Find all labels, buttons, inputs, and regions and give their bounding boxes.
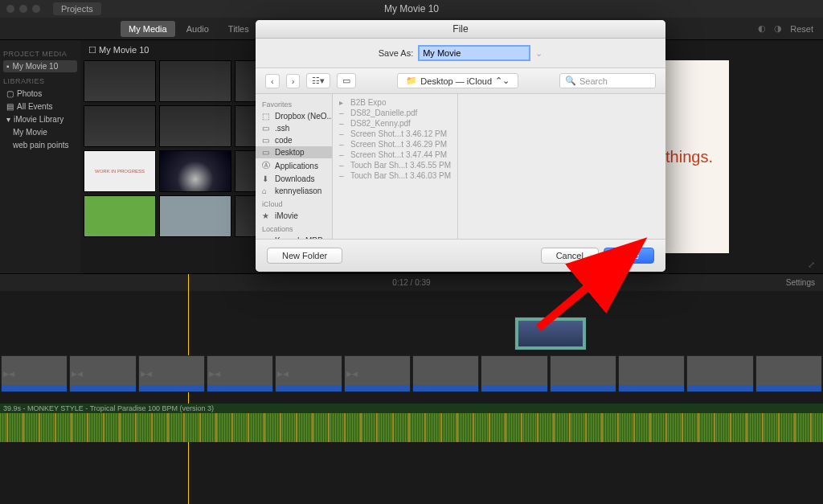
sidebar-ssh[interactable]: ▭.ssh xyxy=(256,122,332,134)
dialog-sidebar: Favorites ⬚Dropbox (NeO... ▭.ssh ▭code ▭… xyxy=(256,94,333,239)
image-icon: – xyxy=(339,150,347,159)
sidebar-icloud-imovie[interactable]: ★iMovie xyxy=(256,210,332,222)
locations-header: Locations xyxy=(256,222,332,235)
tab-titles[interactable]: Titles xyxy=(220,21,257,37)
cancel-button[interactable]: Cancel xyxy=(541,248,599,264)
nav-back-button[interactable]: ‹ xyxy=(265,74,280,88)
timeline-clip[interactable] xyxy=(550,355,616,392)
transition-icon[interactable]: ▶◀ xyxy=(72,370,83,378)
playhead-line[interactable] xyxy=(188,291,189,504)
clip-thumbnail[interactable] xyxy=(84,60,156,102)
sidebar-imovie-library[interactable]: ▾ iMovie Library xyxy=(3,113,77,125)
transition-icon[interactable]: ▶◀ xyxy=(3,370,14,378)
reset-button[interactable]: Reset xyxy=(790,24,813,34)
dialog-preview-pane xyxy=(458,94,665,239)
project-icon: ▪ xyxy=(6,62,10,71)
audio-track[interactable]: 39.9s - MONKEY STYLE - Tropical Paradise… xyxy=(0,404,823,442)
transition-icon[interactable]: ▶◀ xyxy=(346,370,358,378)
audio-waveform[interactable] xyxy=(0,413,823,442)
transition-icon[interactable]: ▶◀ xyxy=(141,370,152,378)
color-icon[interactable]: ◑ xyxy=(774,23,782,34)
nav-fwd-button[interactable]: › xyxy=(286,74,301,88)
new-folder-button[interactable]: New Folder xyxy=(267,248,342,264)
playhead[interactable] xyxy=(188,274,189,291)
sidebar-code[interactable]: ▭code xyxy=(256,134,332,146)
clip-thumbnail[interactable] xyxy=(159,60,231,102)
projects-back-button[interactable]: Projects xyxy=(53,2,101,15)
filename-input[interactable] xyxy=(418,45,530,61)
file-icon: – xyxy=(339,119,347,128)
file-item[interactable]: –Screen Shot...t 3.47.44 PM xyxy=(333,150,457,160)
preview-text: things. xyxy=(665,148,713,166)
dialog-file-list: ▸B2B Expo –DS82_Danielle.pdf –DS82_Kenny… xyxy=(333,94,458,239)
transition-icon[interactable]: ▶◀ xyxy=(277,370,289,378)
calendar-icon: ▤ xyxy=(6,102,14,111)
file-item[interactable]: –Screen Shot...t 3.46.12 PM xyxy=(333,129,457,139)
save-button[interactable]: Save xyxy=(604,248,654,264)
sidebar-my-movie[interactable]: My Movie xyxy=(3,126,77,138)
sidebar-all-events[interactable]: ▤All Events xyxy=(3,100,77,113)
sidebar-web-pain-points[interactable]: web pain points xyxy=(3,139,77,151)
timeline-clip[interactable] xyxy=(618,355,685,392)
save-as-row: Save As: ⌄ xyxy=(256,39,665,68)
timeline-clip[interactable]: ▶◀ xyxy=(69,355,136,392)
file-item[interactable]: –Touch Bar Sh...t 3.45.55 PM xyxy=(333,160,457,170)
imovie-icon: ★ xyxy=(262,211,272,220)
file-item[interactable]: ▸B2B Expo xyxy=(333,97,457,108)
dialog-search[interactable]: 🔍Search xyxy=(559,73,656,88)
sidebar-downloads[interactable]: ⬇Downloads xyxy=(256,173,332,185)
timeline-clip[interactable]: ▶◀ xyxy=(275,355,342,392)
adjust-icon[interactable]: ◐ xyxy=(758,23,766,34)
save-dialog: File Save As: ⌄ ‹ › ☷▾ ▭ 📁Desktop — iClo… xyxy=(256,20,665,272)
timeline-clip[interactable]: ▶◀ xyxy=(207,355,273,392)
clip-thumbnail[interactable] xyxy=(159,150,231,192)
sidebar-project[interactable]: ▪My Movie 10 xyxy=(3,60,77,72)
tab-my-media[interactable]: My Media xyxy=(121,21,175,37)
timeline-clip[interactable]: ▶◀ xyxy=(138,355,205,392)
computer-icon: ▭ xyxy=(262,236,272,239)
favorites-header: Favorites xyxy=(256,97,332,110)
file-item[interactable]: –DS82_Kenny.pdf xyxy=(333,118,457,129)
file-item[interactable]: –Screen Shot...t 3.46.29 PM xyxy=(333,139,457,150)
sidebar-applications[interactable]: ⒶApplications xyxy=(256,158,332,173)
sidebar-home[interactable]: ⌂kennyeliason xyxy=(256,185,332,197)
sidebar-dropbox[interactable]: ⬚Dropbox (NeO... xyxy=(256,110,332,122)
timeline-clip[interactable]: ▶◀ xyxy=(1,355,68,392)
project-sidebar: PROJECT MEDIA ▪My Movie 10 LIBRARIES ▢Ph… xyxy=(0,40,80,273)
audio-clip-label: 39.9s - MONKEY STYLE - Tropical Paradise… xyxy=(0,404,823,413)
clip-thumbnail[interactable] xyxy=(159,195,231,237)
file-item[interactable]: –DS82_Danielle.pdf xyxy=(333,108,457,118)
timeline[interactable]: ▶◀ ▶◀ ▶◀ ▶◀ ▶◀ ▶◀ 39.9s - MONKEY STYLE -… xyxy=(0,291,823,504)
sidebar-photos[interactable]: ▢Photos xyxy=(3,88,77,100)
group-button[interactable]: ▭ xyxy=(337,73,356,88)
timeline-clip[interactable] xyxy=(686,355,753,392)
clip-thumbnail[interactable] xyxy=(159,105,231,147)
image-icon: – xyxy=(339,161,347,170)
timeline-clip[interactable] xyxy=(481,355,547,392)
expand-dialog-icon[interactable]: ⌄ xyxy=(535,48,543,59)
window-controls[interactable] xyxy=(6,5,40,13)
dialog-title: File xyxy=(256,20,665,39)
folder-icon: ▸ xyxy=(339,98,347,107)
window-title: My Movie 10 xyxy=(384,3,439,14)
clip-thumbnail[interactable] xyxy=(84,195,156,237)
timecode: 0:12 / 0:39 xyxy=(392,278,430,287)
timeline-clip[interactable]: ▶◀ xyxy=(344,355,411,392)
location-popup[interactable]: 📁Desktop — iCloud ⌃⌄ xyxy=(397,73,518,88)
clip-thumbnail[interactable] xyxy=(84,105,156,147)
tab-audio[interactable]: Audio xyxy=(178,21,217,37)
clip-thumbnail[interactable]: WORK IN PROGRESS xyxy=(84,150,156,192)
file-item[interactable]: –Touch Bar Sh...t 3.46.03 PM xyxy=(333,170,457,181)
overlay-clip[interactable] xyxy=(514,317,587,350)
transition-icon[interactable]: ▶◀ xyxy=(209,370,220,378)
sidebar-mbp[interactable]: ▭Kenny's MBP xyxy=(256,235,332,239)
timeline-clip[interactable] xyxy=(755,355,822,392)
sidebar-desktop[interactable]: ▭Desktop xyxy=(256,146,332,158)
applications-icon: Ⓐ xyxy=(262,160,272,171)
timeline-clip[interactable] xyxy=(412,355,479,392)
view-mode-button[interactable]: ☷▾ xyxy=(306,73,330,88)
file-icon: – xyxy=(339,109,347,117)
dialog-nav: ‹ › ☷▾ ▭ 📁Desktop — iCloud ⌃⌄ 🔍Search xyxy=(256,68,665,94)
fullscreen-icon[interactable]: ⤢ xyxy=(808,260,815,270)
timeline-settings[interactable]: Settings xyxy=(786,278,815,287)
